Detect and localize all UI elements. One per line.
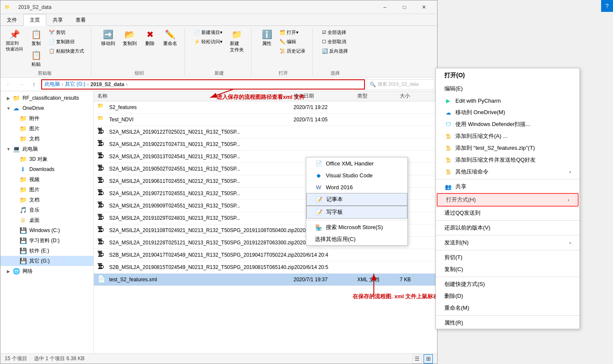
rename-button[interactable]: ✏️ 重命名 — [160, 28, 180, 69]
list-view-button[interactable]: ☰ — [412, 354, 422, 364]
detail-view-button[interactable]: ⊞ — [424, 354, 433, 364]
cm-qq-send[interactable]: 通过QQ发送到 — [436, 207, 579, 219]
sidebar-item-pictures[interactable]: 📁 图片 — [0, 185, 93, 195]
cm-add-zip-qq[interactable]: 🗜 添加到压缩文件并发送给QQ好友 — [436, 154, 579, 166]
col-name: 名称 — [97, 92, 294, 100]
wordpad-icon: 📝 — [315, 208, 323, 216]
sidebar-item-pictures-od[interactable]: 📁 图片 — [0, 123, 93, 134]
new-folder-button[interactable]: 📁 新建文件夹 — [227, 28, 247, 69]
invert-select-button[interactable]: 🔄 反向选择 — [319, 46, 350, 56]
sidebar-item-drive-e[interactable]: 💾 软件 (E:) — [0, 246, 93, 256]
breadcrumb-folder[interactable]: 2019_S2_data — [90, 81, 124, 87]
sidebar-item-drive-g[interactable]: 💾 其它 (G:) — [0, 256, 93, 266]
tab-share[interactable]: 共享 — [46, 14, 69, 26]
up-button[interactable]: ↑ — [28, 79, 40, 90]
file-row[interactable]: 📁 Test_NDVI 2020/7/1 14:05 — [94, 114, 437, 126]
cm-onedrive[interactable]: ☁ 移动到 OneDrive(M) — [436, 106, 579, 118]
cm-rename[interactable]: 重命名(M) — [436, 302, 579, 314]
history-button[interactable]: 📜 历史记录 — [277, 46, 308, 56]
deselect-all-button[interactable]: ☐ 全部取消 — [319, 37, 350, 46]
sidebar-item-rf[interactable]: ▶ 📁 RF_classification_results — [0, 93, 93, 103]
cm-word[interactable]: W Word 2016 — [306, 181, 407, 193]
pin-quickaccess-button[interactable]: 📌 固定到快速访问 — [3, 28, 26, 69]
zip-icon: 🗜 — [444, 132, 452, 140]
cm-delete[interactable]: 删除(D) — [436, 290, 579, 302]
cm-store[interactable]: 🏪 搜索 Microsoft Store(S) — [306, 221, 407, 233]
sidebar-item-videos[interactable]: 📁 视频 — [0, 174, 93, 185]
cut-button[interactable]: ✂️ 剪切 — [46, 28, 87, 37]
tab-view[interactable]: 查看 — [69, 14, 92, 26]
sidebar-item-docs[interactable]: 📁 文档 — [0, 195, 93, 205]
cm-share[interactable]: 👥 共享 — [436, 181, 579, 193]
copy-button[interactable]: 📋 复制 — [28, 28, 45, 48]
cm-defender[interactable]: 🛡 使用 Windows Defender扫描... — [436, 118, 579, 130]
sidebar-item-drive-c[interactable]: 💾 Windows (C:) — [0, 225, 93, 235]
sidebar-item-desktop[interactable]: 🖥 桌面 — [0, 215, 93, 225]
breadcrumb-g[interactable]: 其它 (G:) — [65, 81, 85, 88]
cm-edit[interactable]: 编辑(E) — [436, 83, 579, 95]
delete-button[interactable]: ✖ 删除 — [141, 28, 158, 69]
sidebar-item-drive-d[interactable]: 💾 学习资料 (D:) — [0, 235, 93, 246]
tab-home[interactable]: 主页 — [23, 14, 46, 26]
copy-to-button[interactable]: 📂 复制到 — [120, 28, 140, 69]
maximize-button[interactable]: □ — [395, 0, 414, 14]
cm-more-zip[interactable]: 🗜 其他压缩命令 › — [436, 166, 579, 178]
cm-cut[interactable]: 剪切(T) — [436, 252, 579, 263]
forward-button[interactable]: → — [16, 79, 27, 90]
cm-other-app[interactable]: 选择其他应用(C) — [306, 233, 407, 245]
sidebar-item-network[interactable]: ▶ 🌐 网络 — [0, 266, 93, 276]
cm-sendto[interactable]: 发送到(N) › — [436, 237, 579, 249]
close-button[interactable]: ✕ — [414, 0, 434, 14]
cm-restore[interactable]: 还原以前的版本(V) — [436, 222, 579, 234]
xml-file-row[interactable]: 📄 test_S2_features.xml 2020/7/1 19:37 XM… — [94, 274, 437, 286]
zip-icon: 🗜 — [97, 263, 107, 272]
cm-pycharm[interactable]: ▶ Edit with PyCharm — [436, 95, 579, 106]
file-row[interactable]: 📁 S2_features 2020/7/1 19:22 — [94, 101, 437, 114]
sidebar-item-onedrive[interactable]: ▼ ☁ OneDrive — [0, 103, 93, 113]
move-to-button[interactable]: ➡️ 移动到 — [98, 28, 118, 69]
file-row[interactable]: 🗜 S2B_MSIL2A_20190815T024549_N0213_R132_… — [94, 261, 437, 274]
minimize-button[interactable]: – — [375, 0, 395, 14]
sidebar-item-attachments[interactable]: 📁 附件 — [0, 113, 93, 123]
cm-properties[interactable]: 属性(R) — [436, 317, 579, 329]
open-button[interactable]: 🗂️ 打开▾ — [277, 28, 308, 37]
organize-items: ➡️ 移动到 📂 复制到 ✖ 删除 ✏️ 重命名 — [98, 28, 180, 69]
paste-button[interactable]: 📋 粘贴 — [28, 48, 45, 69]
breadcrumb-computer[interactable]: 此电脑 — [45, 81, 60, 88]
new-item-button[interactable]: 📄 新建项目▾ — [192, 28, 225, 37]
copy-path-button[interactable]: 📄 复制路径 — [46, 37, 87, 46]
cm-open[interactable]: 打开(O) — [436, 68, 579, 83]
cm-notepad[interactable]: 📝 记事本 — [306, 193, 407, 206]
cm-add-zip[interactable]: 🗜 添加到压缩文件(A) ... — [436, 130, 579, 142]
sidebar-item-docs-od[interactable]: 📁 文档 — [0, 134, 93, 144]
file-date: 2020/7/1 19:22 — [294, 104, 357, 110]
cm-vscode[interactable]: ◆ Visual Studio Code — [306, 169, 407, 181]
sidebar-item-downloads[interactable]: ⬇ Downloads — [0, 164, 93, 174]
help-button[interactable]: ? — [601, 0, 613, 12]
cm-office-xml[interactable]: 📄 Office XML Handler — [306, 157, 407, 169]
cm-openwith[interactable]: 打开方式(H) › — [437, 193, 579, 207]
cm-wordpad[interactable]: 📝 写字板 — [306, 206, 407, 218]
folder-icon: 📁 — [19, 196, 27, 204]
sidebar-item-label: 网络 — [23, 268, 33, 275]
store-icon: 🏪 — [315, 224, 322, 231]
breadcrumb[interactable]: 此电脑 › 其它 (G:) › 2019_S2_data › — [41, 79, 365, 90]
sidebar-item-thispc[interactable]: ▼ 💻 此电脑 — [0, 144, 93, 154]
file-row[interactable]: 🗜 S2B_MSIL2A_20190417T024549_N0211_R132_… — [94, 249, 437, 261]
file-row[interactable]: 🗜 S2A_MSIL2A_20190221T024731_N0211_R132_… — [94, 138, 437, 151]
tab-file[interactable]: 文件 — [0, 14, 23, 26]
properties-button[interactable]: ℹ️ 属性 — [258, 28, 275, 69]
search-input[interactable]: 🔍 搜索 2019_S2_data — [367, 79, 435, 90]
edit-button[interactable]: ✏️ 编辑 — [277, 37, 308, 46]
sidebar-item-label: 音乐 — [29, 207, 40, 214]
paste-shortcut-button[interactable]: 📋 粘贴快捷方式 — [46, 46, 87, 56]
cm-copy[interactable]: 复制(C) — [436, 263, 579, 275]
cm-create-shortcut[interactable]: 创建快捷方式(S) — [436, 278, 579, 290]
sidebar-item-music[interactable]: 🎵 音乐 — [0, 205, 93, 215]
easy-access-button[interactable]: ⚡ 轻松访问▾ — [192, 37, 225, 46]
select-all-button[interactable]: ☑ 全部选择 — [319, 28, 350, 37]
back-button[interactable]: ← — [3, 79, 14, 90]
sidebar-item-3d[interactable]: 📁 3D 对象 — [0, 154, 93, 164]
file-row[interactable]: 🗜 S2A_MSIL2A_20190122T025021_N0211_R132_… — [94, 126, 437, 138]
cm-add-zip-named[interactable]: 🗜 添加到 "test_S2_features.zip"(T) — [436, 142, 579, 154]
